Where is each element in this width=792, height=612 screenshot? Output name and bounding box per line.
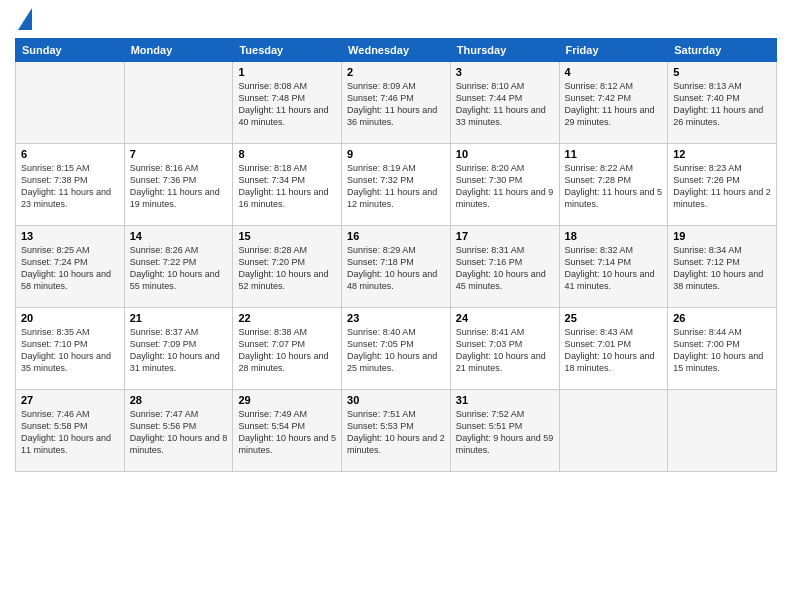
day-number: 5 — [673, 66, 771, 78]
calendar-cell: 27Sunrise: 7:46 AMSunset: 5:58 PMDayligh… — [16, 390, 125, 472]
day-number: 15 — [238, 230, 336, 242]
calendar-week-3: 13Sunrise: 8:25 AMSunset: 7:24 PMDayligh… — [16, 226, 777, 308]
day-info: Sunrise: 8:34 AMSunset: 7:12 PMDaylight:… — [673, 245, 763, 291]
day-number: 16 — [347, 230, 445, 242]
calendar-cell: 28Sunrise: 7:47 AMSunset: 5:56 PMDayligh… — [124, 390, 233, 472]
calendar-header-monday: Monday — [124, 39, 233, 62]
day-number: 3 — [456, 66, 554, 78]
day-number: 25 — [565, 312, 663, 324]
day-number: 18 — [565, 230, 663, 242]
day-info: Sunrise: 7:47 AMSunset: 5:56 PMDaylight:… — [130, 409, 228, 455]
day-info: Sunrise: 8:40 AMSunset: 7:05 PMDaylight:… — [347, 327, 437, 373]
calendar-header-row: SundayMondayTuesdayWednesdayThursdayFrid… — [16, 39, 777, 62]
calendar-week-5: 27Sunrise: 7:46 AMSunset: 5:58 PMDayligh… — [16, 390, 777, 472]
calendar-header-tuesday: Tuesday — [233, 39, 342, 62]
calendar: SundayMondayTuesdayWednesdayThursdayFrid… — [15, 38, 777, 472]
header — [15, 10, 777, 30]
day-info: Sunrise: 8:23 AMSunset: 7:26 PMDaylight:… — [673, 163, 771, 209]
calendar-week-2: 6Sunrise: 8:15 AMSunset: 7:38 PMDaylight… — [16, 144, 777, 226]
calendar-cell: 15Sunrise: 8:28 AMSunset: 7:20 PMDayligh… — [233, 226, 342, 308]
day-number: 12 — [673, 148, 771, 160]
day-info: Sunrise: 8:12 AMSunset: 7:42 PMDaylight:… — [565, 81, 655, 127]
calendar-cell: 6Sunrise: 8:15 AMSunset: 7:38 PMDaylight… — [16, 144, 125, 226]
day-number: 4 — [565, 66, 663, 78]
day-number: 19 — [673, 230, 771, 242]
day-info: Sunrise: 8:18 AMSunset: 7:34 PMDaylight:… — [238, 163, 328, 209]
calendar-cell — [124, 62, 233, 144]
day-info: Sunrise: 8:15 AMSunset: 7:38 PMDaylight:… — [21, 163, 111, 209]
day-number: 11 — [565, 148, 663, 160]
day-number: 14 — [130, 230, 228, 242]
calendar-cell: 22Sunrise: 8:38 AMSunset: 7:07 PMDayligh… — [233, 308, 342, 390]
day-number: 10 — [456, 148, 554, 160]
day-number: 28 — [130, 394, 228, 406]
page: SundayMondayTuesdayWednesdayThursdayFrid… — [0, 0, 792, 612]
day-info: Sunrise: 8:13 AMSunset: 7:40 PMDaylight:… — [673, 81, 763, 127]
calendar-cell: 29Sunrise: 7:49 AMSunset: 5:54 PMDayligh… — [233, 390, 342, 472]
day-number: 17 — [456, 230, 554, 242]
day-info: Sunrise: 8:32 AMSunset: 7:14 PMDaylight:… — [565, 245, 655, 291]
calendar-week-4: 20Sunrise: 8:35 AMSunset: 7:10 PMDayligh… — [16, 308, 777, 390]
logo — [15, 10, 32, 30]
day-number: 6 — [21, 148, 119, 160]
calendar-cell: 26Sunrise: 8:44 AMSunset: 7:00 PMDayligh… — [668, 308, 777, 390]
calendar-cell: 20Sunrise: 8:35 AMSunset: 7:10 PMDayligh… — [16, 308, 125, 390]
calendar-cell: 21Sunrise: 8:37 AMSunset: 7:09 PMDayligh… — [124, 308, 233, 390]
calendar-cell: 5Sunrise: 8:13 AMSunset: 7:40 PMDaylight… — [668, 62, 777, 144]
day-info: Sunrise: 7:49 AMSunset: 5:54 PMDaylight:… — [238, 409, 336, 455]
calendar-header-saturday: Saturday — [668, 39, 777, 62]
day-info: Sunrise: 7:51 AMSunset: 5:53 PMDaylight:… — [347, 409, 445, 455]
day-number: 26 — [673, 312, 771, 324]
day-info: Sunrise: 8:41 AMSunset: 7:03 PMDaylight:… — [456, 327, 546, 373]
day-info: Sunrise: 8:37 AMSunset: 7:09 PMDaylight:… — [130, 327, 220, 373]
calendar-cell: 3Sunrise: 8:10 AMSunset: 7:44 PMDaylight… — [450, 62, 559, 144]
calendar-cell — [16, 62, 125, 144]
calendar-header-friday: Friday — [559, 39, 668, 62]
day-info: Sunrise: 8:19 AMSunset: 7:32 PMDaylight:… — [347, 163, 437, 209]
calendar-cell: 18Sunrise: 8:32 AMSunset: 7:14 PMDayligh… — [559, 226, 668, 308]
calendar-cell: 12Sunrise: 8:23 AMSunset: 7:26 PMDayligh… — [668, 144, 777, 226]
day-number: 30 — [347, 394, 445, 406]
day-info: Sunrise: 8:26 AMSunset: 7:22 PMDaylight:… — [130, 245, 220, 291]
calendar-cell: 16Sunrise: 8:29 AMSunset: 7:18 PMDayligh… — [342, 226, 451, 308]
calendar-cell — [668, 390, 777, 472]
day-info: Sunrise: 8:16 AMSunset: 7:36 PMDaylight:… — [130, 163, 220, 209]
day-info: Sunrise: 8:35 AMSunset: 7:10 PMDaylight:… — [21, 327, 111, 373]
calendar-cell: 8Sunrise: 8:18 AMSunset: 7:34 PMDaylight… — [233, 144, 342, 226]
day-number: 21 — [130, 312, 228, 324]
calendar-cell: 23Sunrise: 8:40 AMSunset: 7:05 PMDayligh… — [342, 308, 451, 390]
day-number: 27 — [21, 394, 119, 406]
day-number: 24 — [456, 312, 554, 324]
day-number: 2 — [347, 66, 445, 78]
day-info: Sunrise: 8:22 AMSunset: 7:28 PMDaylight:… — [565, 163, 663, 209]
calendar-cell: 17Sunrise: 8:31 AMSunset: 7:16 PMDayligh… — [450, 226, 559, 308]
day-info: Sunrise: 8:38 AMSunset: 7:07 PMDaylight:… — [238, 327, 328, 373]
day-info: Sunrise: 8:43 AMSunset: 7:01 PMDaylight:… — [565, 327, 655, 373]
day-info: Sunrise: 8:10 AMSunset: 7:44 PMDaylight:… — [456, 81, 546, 127]
day-number: 7 — [130, 148, 228, 160]
calendar-cell: 31Sunrise: 7:52 AMSunset: 5:51 PMDayligh… — [450, 390, 559, 472]
calendar-cell: 1Sunrise: 8:08 AMSunset: 7:48 PMDaylight… — [233, 62, 342, 144]
day-number: 13 — [21, 230, 119, 242]
calendar-cell: 25Sunrise: 8:43 AMSunset: 7:01 PMDayligh… — [559, 308, 668, 390]
calendar-cell — [559, 390, 668, 472]
calendar-header-sunday: Sunday — [16, 39, 125, 62]
day-info: Sunrise: 8:44 AMSunset: 7:00 PMDaylight:… — [673, 327, 763, 373]
day-number: 8 — [238, 148, 336, 160]
day-number: 22 — [238, 312, 336, 324]
calendar-header-thursday: Thursday — [450, 39, 559, 62]
calendar-cell: 13Sunrise: 8:25 AMSunset: 7:24 PMDayligh… — [16, 226, 125, 308]
calendar-cell: 30Sunrise: 7:51 AMSunset: 5:53 PMDayligh… — [342, 390, 451, 472]
day-info: Sunrise: 8:31 AMSunset: 7:16 PMDaylight:… — [456, 245, 546, 291]
calendar-cell: 14Sunrise: 8:26 AMSunset: 7:22 PMDayligh… — [124, 226, 233, 308]
calendar-cell: 11Sunrise: 8:22 AMSunset: 7:28 PMDayligh… — [559, 144, 668, 226]
day-info: Sunrise: 8:29 AMSunset: 7:18 PMDaylight:… — [347, 245, 437, 291]
day-info: Sunrise: 8:09 AMSunset: 7:46 PMDaylight:… — [347, 81, 437, 127]
calendar-cell: 19Sunrise: 8:34 AMSunset: 7:12 PMDayligh… — [668, 226, 777, 308]
logo-triangle-icon — [18, 8, 32, 30]
calendar-cell: 4Sunrise: 8:12 AMSunset: 7:42 PMDaylight… — [559, 62, 668, 144]
day-number: 20 — [21, 312, 119, 324]
day-info: Sunrise: 7:52 AMSunset: 5:51 PMDaylight:… — [456, 409, 554, 455]
calendar-cell: 10Sunrise: 8:20 AMSunset: 7:30 PMDayligh… — [450, 144, 559, 226]
day-info: Sunrise: 8:20 AMSunset: 7:30 PMDaylight:… — [456, 163, 554, 209]
